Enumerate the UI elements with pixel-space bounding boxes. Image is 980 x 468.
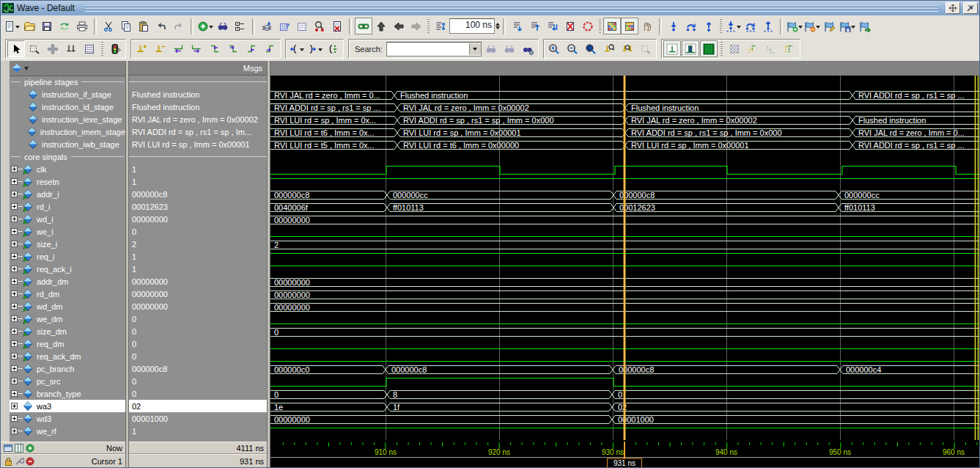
expander-icon[interactable] — [11, 328, 18, 334]
signal-row-addr_i[interactable]: addr_i — [10, 188, 125, 200]
signal-value-addr_i[interactable]: 000000c8 — [129, 188, 267, 200]
signal-value-req_dm[interactable]: 0 — [129, 337, 267, 350]
next-rising-edge-button[interactable] — [261, 40, 279, 57]
expander-icon[interactable] — [11, 415, 18, 422]
step-over-button[interactable] — [682, 18, 700, 34]
cursor-row[interactable]: Cursor 1 — [1, 454, 125, 468]
expander-icon[interactable] — [11, 340, 18, 347]
signal-row-we_rf[interactable]: we_rf — [10, 425, 125, 437]
expander-icon[interactable] — [11, 203, 18, 210]
event-single-button[interactable] — [663, 40, 681, 57]
signal-value-req_ack_dm[interactable]: 0 — [129, 350, 267, 362]
next-transition-button[interactable] — [188, 40, 205, 57]
pattern-button[interactable] — [726, 40, 743, 57]
expander-icon[interactable] — [11, 353, 18, 359]
signal-value-size_i[interactable]: 2 — [129, 238, 267, 250]
expander-icon[interactable] — [11, 378, 18, 384]
expand-time-button[interactable] — [306, 40, 323, 57]
signal-row-addr_dm[interactable]: addr_dm — [10, 275, 125, 288]
expander-icon[interactable] — [11, 166, 18, 172]
find-options-button[interactable] — [519, 40, 537, 57]
event-multi-button[interactable] — [682, 40, 699, 57]
cursor-mode-button[interactable] — [62, 40, 80, 57]
signal-row-clk[interactable]: clk — [10, 163, 125, 175]
signal-row-instruction_imem_stage[interactable]: instruction_imem_stage — [10, 125, 125, 138]
signal-row-pc_branch[interactable]: pc_branch — [10, 362, 125, 375]
end-simulation-button[interactable] — [328, 18, 346, 34]
collapse-time-button[interactable] — [287, 40, 305, 57]
signal-row-instruction_id_stage[interactable]: instruction_id_stage — [10, 100, 125, 113]
signal-value-wd3[interactable]: 00001000 — [129, 412, 267, 425]
signal-value-we_rf[interactable]: 1 — [129, 425, 267, 437]
paste-button[interactable] — [135, 18, 152, 34]
cut-button[interactable] — [100, 18, 117, 34]
stop-button[interactable] — [579, 18, 597, 34]
pan-mode-button[interactable] — [44, 40, 62, 57]
stop-light-button[interactable] — [106, 40, 124, 57]
signal-row-size_i[interactable]: size_i — [10, 238, 125, 250]
find-button[interactable] — [214, 18, 232, 34]
signal-value-rd_i[interactable]: 00012623 — [129, 200, 267, 213]
signal-row-wd_i[interactable]: wd_i — [10, 213, 125, 225]
export-wave-button[interactable] — [856, 18, 874, 34]
signal-value-wd_dm[interactable]: 00000000 — [129, 300, 267, 312]
environment-up-button[interactable] — [372, 18, 390, 34]
run-length-input[interactable]: 100 ns — [449, 18, 495, 34]
signal-value-we_i[interactable]: 0 — [129, 225, 267, 238]
signal-value-req_ack_i[interactable]: 1 — [129, 263, 267, 275]
signal-value-instruction_iexe_stage[interactable]: RVI JAL rd = zero , Imm = 0x00002 — [129, 113, 267, 125]
signal-values-panel[interactable]: Flushed instructionFlushed instructionRV… — [129, 76, 267, 442]
collapse-all-button[interactable] — [324, 40, 342, 57]
dashed-wave-button-3[interactable] — [781, 40, 798, 57]
search-dropdown-icon[interactable] — [469, 43, 481, 55]
signal-row-branch_type[interactable]: branch_type — [10, 387, 125, 400]
signal-value-addr_dm[interactable]: 00000000 — [129, 275, 267, 288]
zoom-range-button[interactable] — [619, 40, 636, 57]
msgs-column-header[interactable]: Msgs — [129, 61, 267, 76]
save-format-button[interactable] — [839, 18, 856, 34]
event-all-button[interactable] — [700, 40, 718, 57]
step-into-button[interactable] — [665, 18, 682, 34]
signal-row-we_i[interactable]: we_i — [10, 225, 125, 238]
zoom-out-button[interactable] — [564, 40, 581, 57]
copy-button[interactable] — [117, 18, 135, 34]
wave-column-icon[interactable] — [12, 63, 29, 73]
run-length-spinner[interactable] — [495, 21, 500, 32]
step-into-current-button[interactable] — [724, 18, 742, 34]
continue-run-button[interactable] — [526, 18, 544, 34]
signal-value-wd_i[interactable]: 00000000 — [129, 213, 267, 225]
previous-falling-edge-button[interactable] — [206, 40, 224, 57]
expander-icon[interactable] — [11, 178, 18, 185]
zoom-selection-button[interactable] — [637, 40, 655, 57]
signal-value-pc_src[interactable]: 0 — [129, 375, 267, 387]
signal-value-instruction_id_stage[interactable]: Flushed instruction — [129, 100, 267, 113]
edit-mode-button[interactable] — [81, 40, 98, 57]
names-column-header[interactable] — [10, 61, 125, 76]
signal-row-instruction_if_stage[interactable]: instruction_if_stage — [10, 88, 125, 100]
performance-profile-button[interactable] — [603, 18, 621, 34]
signal-value-resetn[interactable]: 1 — [129, 175, 267, 188]
environment-back-button[interactable] — [390, 18, 408, 34]
signal-value-rd_dm[interactable]: 00000000 — [129, 288, 267, 300]
signal-value-instruction_iwb_stage[interactable]: RVI LUI rd = sp , Imm = 0x00001 — [129, 138, 267, 150]
signal-value-size_dm[interactable]: 0 — [129, 325, 267, 337]
undo-button[interactable] — [152, 18, 170, 34]
delete-cursor-button[interactable] — [151, 40, 169, 57]
environment-link-button[interactable] — [355, 18, 372, 34]
expander-icon[interactable] — [11, 303, 18, 310]
signal-row-instruction_iexe_stage[interactable]: instruction_iexe_stage — [10, 113, 125, 125]
signal-row-we_dm[interactable]: we_dm — [10, 312, 125, 325]
run-button[interactable] — [509, 18, 526, 34]
expander-icon[interactable] — [11, 266, 18, 272]
edit-wave-button[interactable] — [821, 18, 839, 34]
expander-icon[interactable] — [11, 253, 18, 260]
titlebar[interactable]: Wave - Default — [1, 1, 979, 15]
signal-row-wd_dm[interactable]: wd_dm — [10, 300, 125, 312]
now-row-icons[interactable] — [4, 444, 35, 453]
expand-hierarchy-button[interactable] — [232, 18, 249, 34]
step-over-current-button[interactable] — [742, 18, 759, 34]
undock-button[interactable] — [946, 2, 960, 14]
signal-value-wa3[interactable]: 02 — [129, 400, 267, 412]
zoom-in-button[interactable] — [545, 40, 563, 57]
expander-icon[interactable] — [11, 216, 18, 222]
